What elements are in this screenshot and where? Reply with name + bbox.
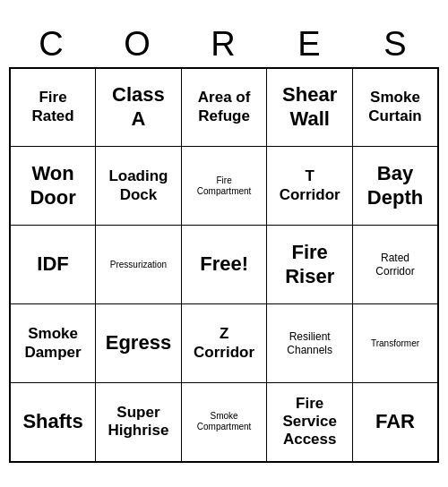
table-row: SmokeDamperEgressZCorridorResilientChann… <box>10 304 438 383</box>
title-letter: S <box>353 25 439 64</box>
bingo-cell: RatedCorridor <box>352 226 438 304</box>
bingo-card: CORES FireRatedClassAArea ofRefugeShearW… <box>9 25 439 463</box>
bingo-cell: Shafts <box>10 383 96 462</box>
bingo-cell: WonDoor <box>10 147 96 226</box>
bingo-cell: SmokeCurtain <box>352 68 438 147</box>
table-row: IDFPressurizationFree!FireRiserRatedCorr… <box>10 226 438 304</box>
bingo-cell: FireRiser <box>267 226 353 304</box>
bingo-cell: ZCorridor <box>181 304 267 383</box>
bingo-cell: Pressurization <box>96 226 182 304</box>
title-letter: C <box>9 25 95 64</box>
bingo-cell: SmokeDamper <box>10 304 96 383</box>
bingo-cell: ShearWall <box>267 68 353 147</box>
bingo-grid: FireRatedClassAArea ofRefugeShearWallSmo… <box>9 67 439 463</box>
title-letter: O <box>95 25 181 64</box>
bingo-title: CORES <box>9 25 439 64</box>
bingo-cell: ClassA <box>96 68 182 147</box>
bingo-cell: FAR <box>352 383 438 462</box>
table-row: FireRatedClassAArea ofRefugeShearWallSmo… <box>10 68 438 147</box>
table-row: ShaftsSuperHighriseSmokeCompartmentFireS… <box>10 383 438 462</box>
bingo-cell: FireServiceAccess <box>267 383 353 462</box>
bingo-cell: ResilientChannels <box>267 304 353 383</box>
bingo-cell: FireCompartment <box>181 147 267 226</box>
bingo-cell: Free! <box>181 226 267 304</box>
table-row: WonDoorLoadingDockFireCompartmentTCorrid… <box>10 147 438 226</box>
bingo-cell: IDF <box>10 226 96 304</box>
bingo-cell: SuperHighrise <box>96 383 182 462</box>
bingo-cell: Transformer <box>352 304 438 383</box>
bingo-cell: FireRated <box>10 68 96 147</box>
title-letter: R <box>181 25 267 64</box>
bingo-cell: TCorridor <box>267 147 353 226</box>
bingo-cell: SmokeCompartment <box>181 383 267 462</box>
title-letter: E <box>267 25 353 64</box>
bingo-cell: BayDepth <box>352 147 438 226</box>
bingo-cell: Egress <box>96 304 182 383</box>
bingo-cell: LoadingDock <box>96 147 182 226</box>
bingo-cell: Area ofRefuge <box>181 68 267 147</box>
